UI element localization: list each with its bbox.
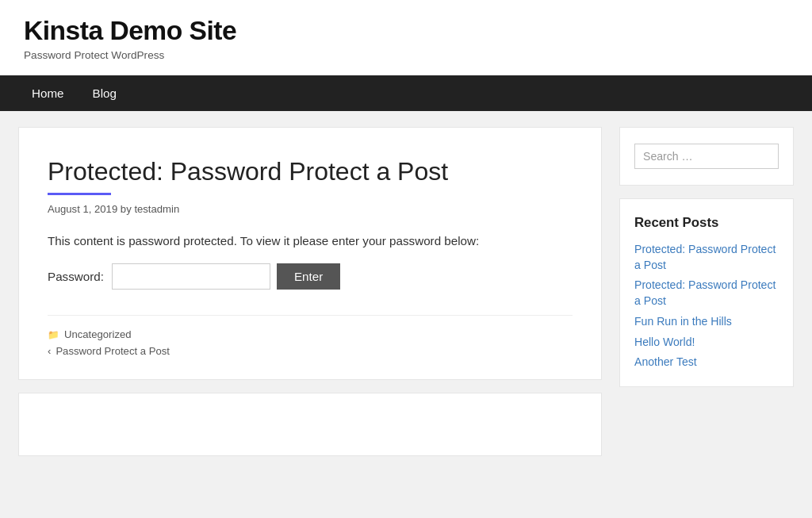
- nav-link-blog[interactable]: Blog: [79, 75, 131, 111]
- post-date: August 1, 2019: [48, 203, 117, 215]
- main-nav: Home Blog: [0, 75, 812, 111]
- post-by: by: [121, 203, 132, 215]
- prev-post-link[interactable]: Password Protect a Post: [56, 345, 170, 357]
- recent-posts-widget: Recent Posts Protected: Password Protect…: [619, 198, 794, 387]
- category-row: 📁 Uncategorized: [48, 328, 573, 340]
- post-footer: 📁 Uncategorized ‹ Password Protect a Pos…: [48, 315, 573, 357]
- empty-card: [18, 393, 602, 456]
- recent-post-link-2[interactable]: Fun Run in the Hills: [634, 315, 732, 328]
- post-meta: August 1, 2019 by testadmin: [48, 203, 573, 215]
- folder-icon: 📁: [48, 329, 59, 340]
- site-tagline: Password Protect WordPress: [24, 49, 788, 61]
- post-protected-message: This content is password protected. To v…: [48, 234, 573, 247]
- post-title: Protected: Password Protect a Post: [48, 156, 573, 186]
- enter-button[interactable]: Enter: [277, 263, 340, 290]
- recent-post-link-0[interactable]: Protected: Password Protect a Post: [634, 243, 776, 271]
- post-author[interactable]: testadmin: [134, 203, 179, 215]
- recent-post-link-4[interactable]: Another Test: [634, 355, 697, 368]
- recent-post-item: Another Test: [634, 355, 779, 370]
- recent-post-item: Protected: Password Protect a Post: [634, 278, 779, 309]
- post-title-underline: [48, 193, 111, 195]
- search-widget: [619, 127, 794, 186]
- password-input[interactable]: [112, 263, 270, 290]
- recent-posts-title: Recent Posts: [634, 215, 779, 231]
- post-nav-row: ‹ Password Protect a Post: [48, 345, 573, 357]
- recent-post-link-1[interactable]: Protected: Password Protect a Post: [634, 278, 776, 307]
- content-area: Protected: Password Protect a Post Augus…: [18, 127, 602, 456]
- sidebar: Recent Posts Protected: Password Protect…: [619, 127, 794, 387]
- site-header: Kinsta Demo Site Password Protect WordPr…: [0, 0, 812, 75]
- recent-posts-list: Protected: Password Protect a PostProtec…: [634, 242, 779, 370]
- recent-post-item: Fun Run in the Hills: [634, 314, 779, 330]
- prev-icon: ‹: [48, 345, 51, 357]
- nav-item-home[interactable]: Home: [17, 75, 79, 111]
- site-title: Kinsta Demo Site: [24, 16, 788, 46]
- search-input[interactable]: [634, 144, 779, 169]
- main-container: Protected: Password Protect a Post Augus…: [6, 111, 806, 472]
- recent-post-item: Protected: Password Protect a Post: [634, 242, 779, 273]
- nav-link-home[interactable]: Home: [17, 75, 79, 111]
- password-form: Password: Enter: [48, 263, 573, 290]
- category-link[interactable]: Uncategorized: [64, 328, 132, 340]
- post-card: Protected: Password Protect a Post Augus…: [18, 127, 602, 380]
- nav-item-blog[interactable]: Blog: [79, 75, 131, 111]
- password-label: Password:: [48, 270, 104, 283]
- recent-post-item: Hello World!: [634, 335, 779, 351]
- recent-post-link-3[interactable]: Hello World!: [634, 336, 695, 348]
